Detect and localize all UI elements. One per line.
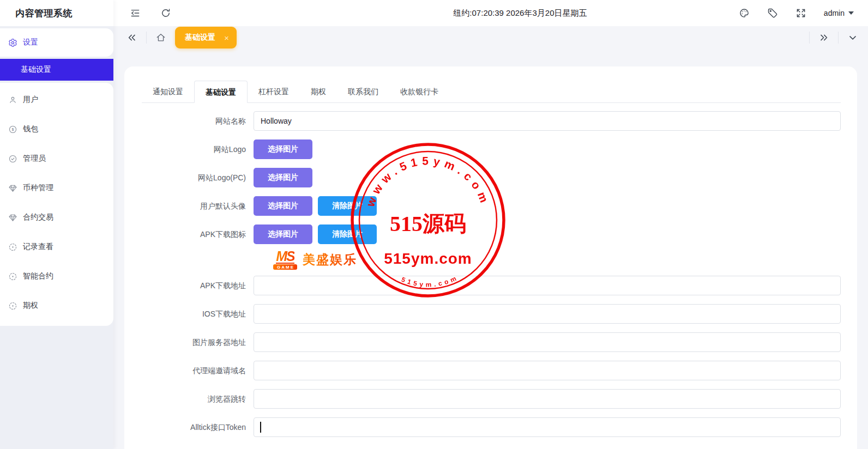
page-tabbar: 基础设置 × [113,26,868,49]
form-row: 网站名称 [124,111,857,131]
tab-notification-settings[interactable]: 通知设置 [142,81,194,102]
site-name-input[interactable] [254,111,841,131]
collapse-sidebar-icon[interactable] [130,8,141,19]
sidebar-item-currency[interactable]: 币种管理 [0,173,113,203]
form-row: 浏览器跳转 [124,389,857,409]
username: admin [824,9,845,17]
gear-icon [8,38,17,47]
sidebar-group-card: 设置 [0,28,113,57]
sidebar-menu-card: 用户 $ 钱包 管理员 币种管理 合约交易 [0,83,113,326]
sidebar-item-options[interactable]: 期权 [0,291,113,320]
choose-image-button[interactable]: 选择图片 [254,225,312,244]
fullscreen-icon[interactable] [795,8,806,19]
form-row: 代理端邀请域名 [124,361,857,380]
sidebar-item-wallet[interactable]: $ 钱包 [0,114,113,144]
sidebar-item-smart-contract[interactable]: 智能合约 [0,262,113,291]
alltick-token-input[interactable] [254,417,841,437]
open-page-tab-label: 基础设置 [185,33,215,43]
sidebar-item-label: 用户 [23,95,38,105]
sidebar-item-records[interactable]: 记录查看 [0,232,113,262]
history-icon [8,271,17,281]
sidebar: 内容管理系统 设置 基础设置 用户 $ 钱包 管理员 [0,0,113,449]
field-label: Alltick接口Token [124,417,246,437]
tab-bank-cards[interactable]: 收款银行卡 [389,81,449,102]
sidebar-item-contract-trading[interactable]: 合约交易 [0,203,113,232]
tabs-menu-chevron-down-icon[interactable] [847,32,858,43]
sidebar-item-label: 设置 [23,38,38,47]
theme-palette-icon[interactable] [739,8,750,19]
field-label: 网站Logo(PC) [124,168,246,187]
tab-leverage-settings[interactable]: 杠杆设置 [248,81,300,102]
sidebar-item-label: 期权 [23,301,38,311]
apk-icon-preview-image: MS GAME 美盛娱乐 [273,247,841,271]
divider [146,32,147,44]
form-row: 用户默认头像 选择图片 清除图片 [124,196,857,216]
choose-image-button[interactable]: 选择图片 [254,168,312,187]
field-label: 代理端邀请域名 [124,361,246,380]
field-label: 网站名称 [124,111,246,131]
text-cursor [260,422,261,433]
sidebar-item-label: 币种管理 [23,183,53,193]
field-label: 用户默认头像 [124,196,246,216]
tabs-scroll-right-icon[interactable] [818,32,829,43]
caret-down-icon [848,11,854,15]
ms-game-badge: GAME [273,264,297,270]
divider [809,32,810,44]
field-label: 网站Logo [124,139,246,159]
sidebar-item-label: 记录查看 [23,242,53,252]
clear-image-button[interactable]: 清除图片 [318,196,377,216]
sidebar-item-label: 智能合约 [23,271,53,281]
clear-image-button[interactable]: 清除图片 [318,225,377,244]
agent-invite-domain-input[interactable] [254,361,841,380]
sidebar-item-admins[interactable]: 管理员 [0,144,113,173]
form-row: IOS下载地址 [124,304,857,324]
ios-download-url-input[interactable] [254,304,841,324]
sidebar-active-label: 基础设置 [21,65,51,75]
home-icon[interactable] [155,32,166,43]
choose-image-button[interactable]: 选择图片 [254,139,312,159]
svg-text:$: $ [11,127,14,131]
dollar-circle-icon: $ [8,124,17,134]
refresh-icon[interactable] [160,8,171,19]
choose-image-button[interactable]: 选择图片 [254,196,312,216]
tab-basic-settings[interactable]: 基础设置 [194,81,248,103]
sidebar-item-users[interactable]: 用户 [0,85,113,114]
sidebar-item-label: 管理员 [23,154,46,163]
sidebar-item-label: 钱包 [23,124,38,134]
divider [838,32,839,44]
field-label: APK下载图标 [124,225,246,244]
ms-logo-text: MS [276,250,294,264]
tag-icon[interactable] [767,8,778,19]
field-label: APK下载地址 [124,276,246,295]
gem-icon [8,183,17,193]
basic-settings-form: 网站名称 网站Logo 选择图片 网站Logo(PC) 选择图片 用户默认头像 … [124,111,857,437]
history-icon [8,242,17,252]
field-label: 浏览器跳转 [124,389,246,409]
tab-options[interactable]: 期权 [300,81,337,102]
field-label: 图片服务器地址 [124,332,246,352]
tabs-scroll-left-icon[interactable] [126,32,137,43]
datetime-display: 纽约:07:20:39 2026年3月20日星期五 [453,8,587,19]
form-row: APK下载地址 [124,276,857,295]
image-server-url-input[interactable] [254,332,841,352]
close-icon[interactable]: × [224,33,229,43]
field-label: IOS下载地址 [124,304,246,324]
user-menu[interactable]: admin [824,9,854,17]
app-title: 内容管理系统 [0,0,113,26]
form-row: Alltick接口Token [124,417,857,437]
history-icon [8,301,17,311]
ms-brand-name: 美盛娱乐 [303,251,357,268]
apk-download-url-input[interactable] [254,276,841,295]
open-page-tab[interactable]: 基础设置 × [175,27,237,48]
sidebar-item-label: 合约交易 [23,213,53,222]
form-row: 网站Logo(PC) 选择图片 [124,168,857,187]
browser-redirect-input[interactable] [254,389,841,409]
user-icon [8,95,17,105]
sidebar-item-basic-settings-active[interactable]: 基础设置 [0,59,113,81]
gem-icon [8,213,17,222]
settings-panel: 通知设置 基础设置 杠杆设置 期权 联系我们 收款银行卡 网站名称 网站Logo… [124,66,857,449]
form-row: APK下载图标 选择图片 清除图片 MS GAME 美盛娱乐 [124,225,857,271]
tab-contact-us[interactable]: 联系我们 [337,81,389,102]
settings-tabs: 通知设置 基础设置 杠杆设置 期权 联系我们 收款银行卡 [142,81,841,103]
sidebar-item-settings[interactable]: 设置 [0,28,113,57]
